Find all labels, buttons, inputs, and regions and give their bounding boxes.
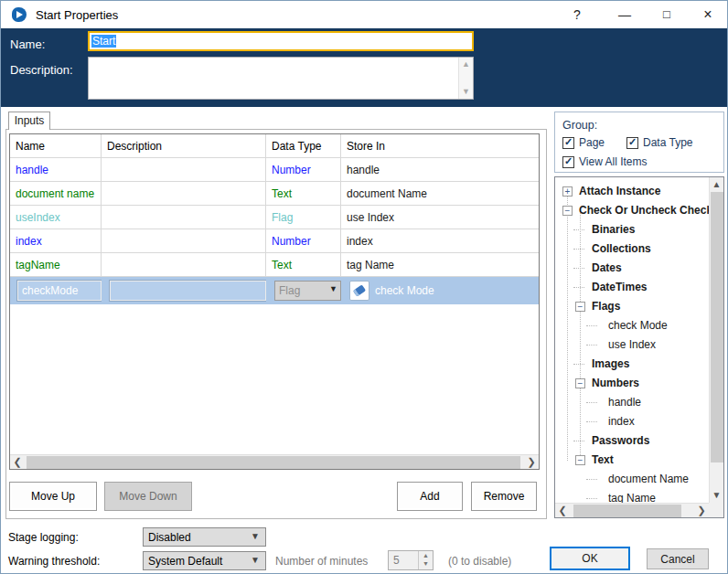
description-scrollbar[interactable]: ▲ ▼ [458,58,473,99]
tree-item[interactable]: use Index [555,335,709,355]
scroll-left-icon[interactable]: ❮ [10,455,25,470]
view-all-items-checkbox-label: View All Items [579,155,647,168]
tree-item[interactable]: DateTimes [555,278,709,297]
table-row[interactable]: tagNameTexttag Name [10,253,539,277]
cell-store-in[interactable]: index [341,229,539,253]
cell-description[interactable] [102,158,266,182]
page-checkbox-icon[interactable] [562,137,574,149]
name-edit-input[interactable]: checkMode [17,281,102,301]
tree-item[interactable]: Binaries [555,220,709,239]
collapse-icon[interactable]: − [575,455,585,465]
cell-description[interactable] [102,182,266,206]
help-button[interactable]: ? [563,5,591,25]
tree-item[interactable]: −Text [555,451,709,470]
cell-name[interactable]: tagName [10,253,102,277]
add-button[interactable]: Add [397,482,463,511]
cell-description[interactable] [102,206,266,229]
warning-threshold-label: Warning threshold: [8,555,100,568]
cell-data-type[interactable]: Text [266,253,341,277]
tree-item[interactable]: +Attach Instance [555,182,709,201]
tree-vertical-scrollbar[interactable]: ▲ ▼ [709,177,723,503]
move-up-button[interactable]: Move Up [9,482,97,511]
move-down-button[interactable]: Move Down [104,482,192,511]
tree-item-label: Images [592,355,629,374]
tree-item-label: Text [592,451,614,470]
scroll-down-icon[interactable]: ▼ [459,85,473,99]
cell-data-type[interactable]: Number [266,229,341,253]
stage-logging-select[interactable]: Disabled ▼ [143,527,266,547]
maximize-button[interactable]: □ [653,5,680,25]
data-type-checkbox-icon[interactable] [626,137,638,149]
name-input[interactable]: Start [88,31,474,51]
table-row[interactable]: document nameTextdocument Name [10,182,539,206]
tree-item[interactable]: −Flags [555,297,709,316]
cell-name[interactable]: handle [10,158,102,182]
tree-item[interactable]: document Name [555,470,709,489]
tree-item[interactable]: handle [555,393,709,412]
tree-item[interactable]: Images [555,355,709,374]
table-row[interactable]: useIndexFlaguse Index [10,206,539,229]
table-row[interactable]: checkModeFlag▼check Mode [10,277,539,304]
spinner-arrows[interactable]: ▲▼ [418,551,433,569]
collapse-icon[interactable]: − [562,206,573,216]
expand-icon[interactable]: + [562,186,573,197]
checkbox-view-all-items[interactable]: View All Items [562,155,647,168]
cell-store-in[interactable]: use Index [341,206,539,229]
cell-data-type[interactable]: Number [266,158,341,182]
collapse-icon[interactable]: − [575,302,585,312]
table-row[interactable]: indexNumberindex [10,229,539,253]
checkbox-data-type[interactable]: Data Type [626,136,692,149]
tree-item[interactable]: check Mode [555,316,709,335]
tree-item[interactable]: Passwords [555,431,709,451]
cell-name[interactable]: index [10,229,102,253]
tree-item[interactable]: index [555,412,709,431]
tree-item[interactable]: tag Name [555,489,709,503]
collapse-icon[interactable]: − [575,378,585,388]
cell-name[interactable]: useIndex [10,206,102,229]
minutes-spinner[interactable]: 5 ▲▼ [388,550,434,570]
checkbox-page[interactable]: Page [562,136,605,149]
scroll-up-icon[interactable]: ▲ [459,58,473,71]
scrollbar-thumb[interactable] [711,192,723,462]
cancel-button[interactable]: Cancel [647,548,709,569]
tree-item[interactable]: Dates [555,259,709,278]
close-button[interactable]: × [694,5,722,25]
tab-inputs[interactable]: Inputs [8,112,50,130]
tree-item[interactable]: −Check Or Uncheck Checkbox [555,201,709,220]
description-edit-input[interactable] [110,281,266,301]
cell-description[interactable] [102,253,266,277]
table-row[interactable]: handleNumberhandle [10,158,539,182]
table-horizontal-scrollbar[interactable]: ❮ ❯ [10,454,539,469]
data-type-checkbox-label: Data Type [643,136,692,149]
data-type-dropdown[interactable]: Flag▼ [274,281,341,301]
scroll-right-icon[interactable]: ❯ [524,455,539,470]
cell-description [102,277,266,304]
description-textarea[interactable]: ▲ ▼ [88,57,474,100]
view-all-items-checkbox-icon[interactable] [562,156,574,168]
scrollbar-thumb[interactable] [27,456,520,469]
tree-branch-line [586,498,597,499]
cell-data-type[interactable]: Text [266,182,341,206]
tree-branch-line [573,268,584,269]
cell-name[interactable]: document name [10,182,102,206]
scroll-right-icon[interactable]: ❯ [694,504,709,518]
cell-description[interactable] [102,229,266,253]
tree-horizontal-scrollbar[interactable]: ❮ ❯ [555,503,709,517]
store-in-edit-icon[interactable] [349,281,369,301]
ok-button[interactable]: OK [550,547,630,570]
tree-item-label: check Mode [608,316,668,335]
minimize-button[interactable]: — [611,5,638,25]
warning-threshold-select[interactable]: System Default ▼ [143,551,266,570]
scroll-down-icon[interactable]: ▼ [710,488,723,503]
scroll-left-icon[interactable]: ❮ [555,504,570,518]
tree-item-label: handle [608,393,641,412]
scroll-up-icon[interactable]: ▲ [710,177,723,192]
cell-store-in[interactable]: tag Name [341,253,539,277]
cell-data-type[interactable]: Flag [266,206,341,229]
tree-item[interactable]: −Numbers [555,374,709,393]
cell-store-in[interactable]: document Name [341,182,539,206]
cell-store-in[interactable]: handle [341,158,539,182]
scrollbar-thumb[interactable] [573,505,681,517]
remove-button[interactable]: Remove [471,482,537,511]
tree-item[interactable]: Collections [555,239,709,259]
